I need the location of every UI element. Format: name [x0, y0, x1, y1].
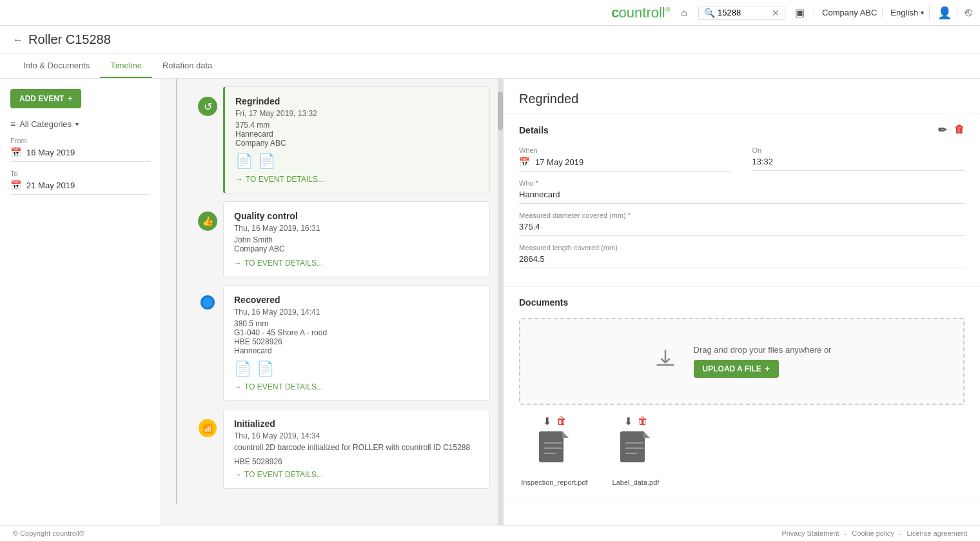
back-button[interactable]: ← [13, 34, 23, 46]
regrinded-docs: 📄 📄 [235, 153, 479, 170]
user-profile-icon[interactable]: 👤 [929, 6, 952, 20]
when-date-text: 17 May 2019 [535, 157, 583, 167]
license-link[interactable]: License agreement [906, 529, 967, 537]
add-event-button[interactable]: ADD EVENT + [10, 89, 81, 108]
regrinded-company: Company ABC [235, 139, 479, 148]
regrinded-event-card[interactable]: Regrinded Fri, 17 May 2019, 13:32 375.4 … [223, 86, 490, 193]
main-layout: ADD EVENT + ≡ All Categories ▾ From 📅 16… [0, 79, 980, 535]
tab-rotation-data[interactable]: Rotation data [152, 54, 222, 78]
quality-control-event-card[interactable]: Quality control Thu, 16 May 2019, 16:31 … [223, 201, 490, 277]
recovered-person: Hannecard [234, 346, 479, 355]
initialized-event-card[interactable]: Initialized Thu, 16 May 2019, 14:34 coun… [223, 409, 490, 489]
category-filter[interactable]: ≡ All Categories ▾ [10, 119, 150, 129]
timeline-wrapper: ↺ Regrinded Fri, 17 May 2019, 13:32 375.… [161, 79, 503, 535]
regrinded-doc2-icon[interactable]: 📄 [258, 153, 275, 170]
search-input[interactable] [718, 8, 769, 17]
when-label: When [519, 146, 732, 154]
company-name: Company ABC [814, 8, 877, 17]
language-selector[interactable]: English ▾ [882, 8, 924, 17]
cookie-link[interactable]: Cookie policy [852, 529, 894, 537]
when-calendar-icon: 📅 [519, 157, 530, 167]
page-header: ← Roller C15288 [0, 26, 980, 54]
upload-plus-icon: + [765, 364, 770, 373]
regrinded-doc1-icon[interactable]: 📄 [235, 153, 253, 170]
doc2-filename: Label_data.pdf [612, 478, 660, 486]
footer-separator-1: - [845, 529, 847, 537]
privacy-link[interactable]: Privacy Statement [781, 529, 839, 537]
language-label: English [890, 8, 918, 17]
on-label: On [752, 146, 965, 154]
doc1-delete-button[interactable]: 🗑 [556, 415, 567, 428]
when-value: 📅 17 May 2019 [519, 157, 732, 172]
footer-links: Privacy Statement - Cookie policy - Lice… [781, 529, 967, 537]
initialized-icon: 📶 [199, 419, 217, 437]
home-icon[interactable]: ⌂ [675, 4, 693, 22]
on-field: On 13:32 [752, 146, 965, 172]
svg-rect-5 [620, 431, 645, 462]
doc2-delete-button[interactable]: 🗑 [638, 415, 648, 428]
recovered-hbe: HBE 5028926 [234, 337, 479, 346]
initialized-title: Initialized [234, 418, 479, 429]
doc1-actions: ⬇ 🗑 [543, 415, 567, 428]
svg-marker-1 [562, 431, 569, 438]
drop-icon [652, 346, 678, 377]
drag-drop-text: Drag and drop your files anywhere or [694, 345, 832, 355]
upload-file-button[interactable]: UPLOAD A FILE + [694, 360, 779, 378]
tab-info-documents[interactable]: Info & Documents [13, 54, 100, 78]
timeline-icon-initialized: 📶 [192, 409, 223, 489]
timeline-events: ↺ Regrinded Fri, 17 May 2019, 13:32 375.… [192, 79, 498, 504]
from-date-text: 16 May 2019 [26, 148, 75, 157]
details-label: Details [519, 125, 549, 135]
search-clear-icon[interactable]: ✕ [772, 8, 779, 18]
doc1-download-button[interactable]: ⬇ [543, 415, 551, 428]
initialized-card[interactable]: Initialized Thu, 16 May 2019, 14:34 coun… [223, 409, 490, 489]
drop-zone-content: Drag and drop your files anywhere or UPL… [694, 345, 832, 378]
recovered-detail: G1-040 - 45 Shore A - rood [234, 328, 479, 337]
initialized-desc: countroll 2D barcode initialized for ROL… [234, 443, 479, 452]
diameter-value: 375.4 [519, 222, 965, 236]
quality-control-details-link[interactable]: TO EVENT DETAILS... [234, 259, 479, 268]
initialized-details-link[interactable]: TO EVENT DETAILS... [234, 470, 479, 479]
length-field: Measured length covered (mm) 2864.5 [519, 244, 965, 268]
tab-timeline[interactable]: Timeline [100, 54, 152, 78]
regrinded-date: Fri, 17 May 2019, 13:32 [235, 109, 479, 118]
svg-marker-6 [643, 431, 650, 438]
diameter-label: Measured diameter covered (mm) * [519, 211, 965, 219]
logout-icon[interactable]: ⎋ [957, 6, 972, 19]
doc1-file-icon [538, 430, 571, 476]
to-date-value[interactable]: 📅 21 May 2019 [10, 180, 150, 195]
search-box[interactable]: 🔍 ✕ [698, 6, 785, 20]
recovered-card[interactable]: Recovered Thu, 16 May 2019, 14:41 380.5 … [223, 285, 490, 401]
company-icon: ▣ [790, 4, 808, 22]
who-label: Who * [519, 179, 965, 187]
page-title: Roller C15288 [28, 32, 111, 47]
timeline-line-column [161, 79, 192, 504]
documents-label: Documents [519, 297, 568, 308]
doc2-download-button[interactable]: ⬇ [624, 415, 632, 428]
timeline-scrollbar[interactable] [498, 79, 503, 535]
to-date-field: To 📅 21 May 2019 [10, 170, 150, 195]
quality-control-card[interactable]: Quality control Thu, 16 May 2019, 16:31 … [223, 201, 490, 277]
regrinded-card[interactable]: Regrinded Fri, 17 May 2019, 13:32 375.4 … [223, 86, 490, 193]
edit-button[interactable]: ✏ [938, 124, 946, 136]
search-icon: 🔍 [704, 8, 715, 18]
recovered-date: Thu, 16 May 2019, 14:41 [234, 308, 479, 317]
initialized-date: Thu, 16 May 2019, 14:34 [234, 431, 479, 440]
top-navigation: c ountroll® ⌂ 🔍 ✕ ▣ Company ABC English … [0, 0, 980, 26]
recovered-event-card[interactable]: Recovered Thu, 16 May 2019, 14:41 380.5 … [223, 285, 490, 401]
recovered-docs: 📄 📄 [234, 360, 479, 377]
recovered-details-link[interactable]: TO EVENT DETAILS... [234, 382, 479, 391]
quality-control-title: Quality control [234, 211, 479, 221]
recovered-doc2-icon[interactable]: 📄 [257, 360, 274, 377]
from-date-value[interactable]: 📅 16 May 2019 [10, 147, 150, 162]
regrinded-details-link[interactable]: TO EVENT DETAILS... [235, 175, 479, 184]
delete-button[interactable]: 🗑 [954, 124, 965, 136]
from-date-field: From 📅 16 May 2019 [10, 137, 150, 162]
timeline-icon-regrinded: ↺ [192, 86, 223, 193]
timeline-scrollbar-thumb [498, 92, 503, 130]
file-drop-zone[interactable]: Drag and drop your files anywhere or UPL… [519, 318, 965, 405]
recovered-doc1-icon[interactable]: 📄 [234, 360, 251, 377]
timeline-item-quality-control: 👍 Quality control Thu, 16 May 2019, 16:3… [192, 201, 490, 277]
category-filter-label: All Categories [19, 119, 72, 129]
document-files: ⬇ 🗑 Inspection_report.pdf [519, 415, 965, 491]
